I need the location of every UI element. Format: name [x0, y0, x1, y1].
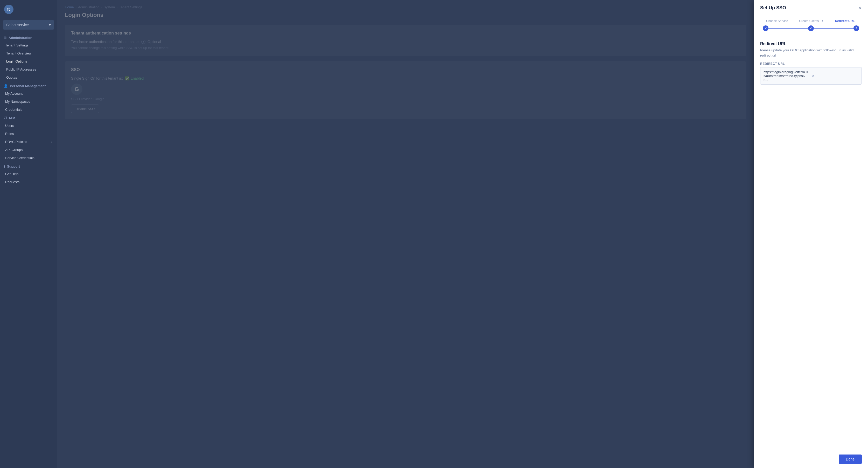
info-circle-icon: ℹ	[4, 165, 5, 168]
sidebar-item-roles[interactable]: Roles	[0, 130, 57, 138]
stepper-line-2	[814, 28, 854, 29]
step-dot-2	[808, 25, 814, 31]
sidebar-item-public-ip-addresses[interactable]: Public IP Addresses	[0, 65, 57, 74]
logo-area: f5	[0, 0, 57, 19]
redirect-url-field-label: Redirect URL	[760, 62, 862, 66]
shield-icon: 🛡	[4, 116, 7, 120]
section-header-administration: ⊞ Administration	[0, 33, 57, 41]
sidebar: f5 Select service ▾ ⊞ Administration Ten…	[0, 0, 57, 468]
sidebar-item-my-account[interactable]: My Account	[0, 89, 57, 97]
sidebar-item-get-help[interactable]: Get Help	[0, 170, 57, 178]
sidebar-item-login-options[interactable]: Login Options	[0, 57, 57, 65]
stepper-line-1	[769, 28, 808, 29]
step-label-1: Choose Service	[760, 19, 794, 23]
sso-setup-panel: Set Up SSO × Choose Service Create Clien…	[754, 0, 868, 468]
sidebar-item-api-groups[interactable]: API Groups	[0, 146, 57, 154]
select-service-label: Select service	[6, 23, 29, 27]
step-dot-3: 3	[854, 25, 859, 31]
stepper-labels: Choose Service Create Clients ID Redirec…	[760, 19, 862, 23]
section-header-personal-management: 👤 Personal Management	[0, 82, 57, 89]
sidebar-item-users[interactable]: Users	[0, 122, 57, 130]
main-content: Home › Administration › System › Tenant …	[57, 0, 754, 468]
sidebar-item-requests[interactable]: Requests	[0, 178, 57, 186]
panel-footer: Done	[754, 450, 868, 468]
redirect-url-section-title: Redirect URL	[760, 41, 862, 46]
stepper-track: 3	[760, 25, 862, 31]
sidebar-item-credentials[interactable]: Credentials	[0, 106, 57, 114]
sidebar-item-tenant-settings[interactable]: Tenant Settings	[0, 41, 57, 49]
step-dot-1	[763, 25, 769, 31]
close-panel-button[interactable]: ×	[859, 5, 862, 11]
sidebar-item-service-credentials[interactable]: Service Credentials	[0, 154, 57, 162]
chevron-right-icon: ›	[51, 140, 52, 144]
done-button[interactable]: Done	[839, 455, 862, 464]
overlay	[57, 0, 754, 468]
person-icon: 👤	[4, 84, 8, 88]
redirect-url-value: https://login-staging.volterra.us/auth/r…	[764, 70, 810, 82]
stepper: Choose Service Create Clients ID Redirec…	[760, 15, 862, 36]
select-service-dropdown[interactable]: Select service ▾	[3, 20, 54, 30]
chevron-down-icon: ▾	[49, 23, 51, 27]
section-header-iam: 🛡 IAM	[0, 114, 57, 122]
panel-body: Choose Service Create Clients ID Redirec…	[754, 15, 868, 450]
clear-url-button[interactable]: ×	[812, 74, 859, 78]
grid-icon: ⊞	[4, 36, 6, 40]
sidebar-item-quotas[interactable]: Quotas	[0, 74, 57, 82]
step-label-3: Redirect URL	[828, 19, 862, 23]
panel-title: Set Up SSO	[760, 5, 786, 11]
section-header-support: ℹ Support	[0, 162, 57, 170]
step-label-2: Create Clients ID	[794, 19, 828, 23]
sidebar-item-rbac-policies[interactable]: RBAC Policies ›	[0, 138, 57, 146]
sidebar-item-my-namespaces[interactable]: My Namespaces	[0, 97, 57, 106]
panel-header: Set Up SSO ×	[754, 0, 868, 15]
app-logo: f5	[4, 5, 13, 14]
redirect-url-section-desc: Please update your OIDC application with…	[760, 48, 862, 58]
redirect-url-field: https://login-staging.volterra.us/auth/r…	[760, 67, 862, 85]
sidebar-item-tenant-overview[interactable]: Tenant Overview	[0, 49, 57, 57]
